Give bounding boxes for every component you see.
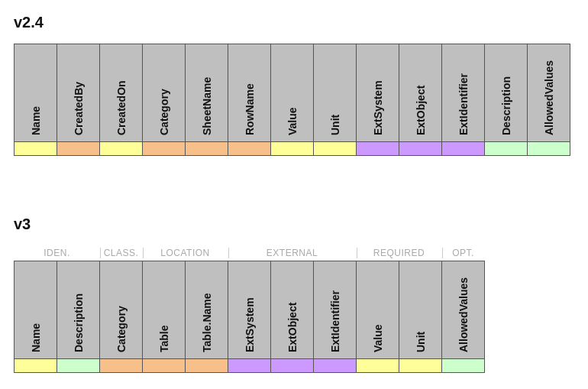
color-cell [271, 358, 314, 372]
color-cell [57, 358, 100, 372]
column-header-label: Value [286, 107, 299, 135]
column-header: Category [100, 261, 143, 358]
group-header: IDEN. [15, 245, 100, 261]
column-header-label: Unit [415, 331, 427, 352]
column-header-label: Name [30, 106, 42, 135]
color-cell [186, 358, 228, 372]
column-header-label: SheetName [201, 77, 213, 135]
color-cell [357, 358, 399, 372]
column-header: Description [57, 261, 100, 358]
column-header: Category [143, 44, 186, 142]
group-header-label: REQUIRED [373, 248, 425, 258]
column-header: RowName [228, 44, 271, 142]
color-cell [57, 142, 100, 156]
color-cell [271, 142, 314, 156]
column-header: ExtSystem [228, 261, 271, 358]
column-header-label: RowName [244, 83, 256, 135]
color-cell [485, 142, 528, 156]
color-cell [399, 142, 442, 156]
column-header-label: ExtObject [415, 86, 427, 135]
group-header: OPT. [442, 245, 485, 261]
column-header-label: ExtIdentifier [457, 73, 470, 135]
color-cell [442, 142, 485, 156]
color-cell [528, 142, 570, 156]
column-header-label: ExtSystem [244, 297, 256, 352]
color-cell [100, 142, 143, 156]
column-header-label: AllowedValues [457, 277, 470, 352]
color-cell [143, 358, 186, 372]
color-cell [186, 142, 228, 156]
group-header: REQUIRED [357, 245, 442, 261]
color-cell [357, 142, 399, 156]
v24-table: NameCreatedByCreatedOnCategorySheetNameR… [14, 44, 570, 156]
column-header: AllowedValues [528, 44, 570, 142]
color-cell [442, 358, 485, 372]
group-header: LOCATION [143, 245, 228, 261]
column-header-label: ExtObject [286, 302, 299, 352]
color-cell [399, 358, 442, 372]
group-header-label: EXTERNAL [267, 248, 318, 258]
column-header: AllowedValues [442, 261, 485, 358]
color-cell [228, 142, 271, 156]
group-header-label: IDEN. [44, 248, 70, 258]
v3-title: v3 [14, 216, 574, 233]
column-header-label: ExtIdentifier [329, 290, 341, 352]
column-header-label: Category [158, 89, 170, 135]
column-header: ExtIdentifier [442, 44, 485, 142]
column-header: Value [271, 44, 314, 142]
column-header-label: Category [115, 306, 128, 352]
column-header: ExtObject [399, 44, 442, 142]
column-header: Unit [399, 261, 442, 358]
group-header: CLASS. [100, 245, 143, 261]
group-header-label: CLASS. [104, 248, 139, 258]
column-header-label: Description [73, 293, 85, 352]
column-header-label: ExtSystem [372, 80, 384, 135]
color-cell [15, 358, 57, 372]
column-header-label: Unit [329, 115, 341, 135]
v24-title: v2.4 [14, 14, 574, 31]
v3-table: IDEN.CLASS.LOCATIONEXTERNALREQUIREDOPT.N… [14, 245, 485, 373]
v3-block: v3 IDEN.CLASS.LOCATIONEXTERNALREQUIREDOP… [14, 216, 574, 373]
column-header: Description [485, 44, 528, 142]
column-header: SheetName [186, 44, 228, 142]
column-header-label: Description [500, 76, 512, 135]
group-header-label: LOCATION [160, 248, 209, 258]
column-header-label: Name [30, 323, 42, 352]
color-cell [314, 142, 357, 156]
column-header: ExtIdentifier [314, 261, 357, 358]
color-cell [15, 142, 57, 156]
column-header-label: Value [372, 324, 384, 352]
color-cell [143, 142, 186, 156]
v24-block: v2.4 NameCreatedByCreatedOnCategorySheet… [14, 14, 574, 156]
column-header: Value [357, 261, 399, 358]
column-header: CreatedBy [57, 44, 100, 142]
column-header: Name [15, 261, 57, 358]
column-header: Unit [314, 44, 357, 142]
color-cell [100, 358, 143, 372]
column-header: ExtObject [271, 261, 314, 358]
column-header-label: Table.Name [201, 293, 213, 352]
column-header-label: CreatedOn [115, 80, 128, 135]
column-header-label: CreatedBy [73, 82, 85, 135]
column-header: Table [143, 261, 186, 358]
color-cell [228, 358, 271, 372]
column-header: CreatedOn [100, 44, 143, 142]
group-header: EXTERNAL [228, 245, 357, 261]
column-header-label: AllowedValues [543, 60, 555, 135]
group-header-label: OPT. [452, 248, 474, 258]
color-cell [314, 358, 357, 372]
column-header-label: Table [158, 325, 170, 352]
column-header: ExtSystem [357, 44, 399, 142]
column-header: Name [15, 44, 57, 142]
column-header: Table.Name [186, 261, 228, 358]
